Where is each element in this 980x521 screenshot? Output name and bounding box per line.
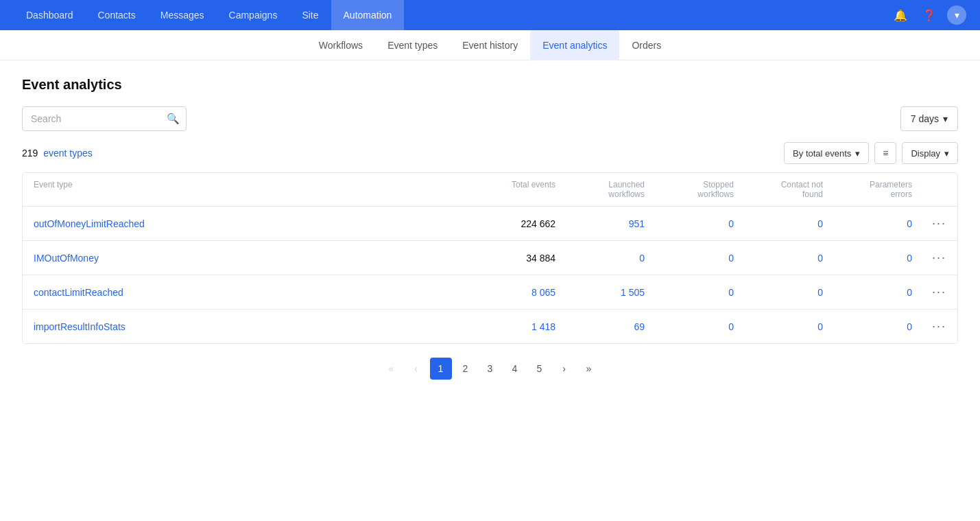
pagination-page-2[interactable]: 2 xyxy=(455,358,477,380)
pagination-page-5[interactable]: 5 xyxy=(529,358,551,380)
filter-icon-button[interactable]: ≡ xyxy=(874,142,896,164)
row-more-button[interactable]: ··· xyxy=(912,251,946,265)
toolbar: 🔍 7 days ▾ xyxy=(22,106,958,131)
subnav-event-types[interactable]: Event types xyxy=(375,30,450,60)
sort-chevron-icon: ▾ xyxy=(855,148,860,159)
contact-not-found-3: 0 xyxy=(734,321,823,332)
contact-not-found-1: 0 xyxy=(734,253,823,264)
pagination-next[interactable]: › xyxy=(553,358,575,380)
total-events-2: 8 065 xyxy=(466,287,555,298)
total-events-1: 34 884 xyxy=(466,253,555,264)
stopped-workflows-1: 0 xyxy=(645,253,734,264)
table-header: Event type Total events Launchedworkflow… xyxy=(23,173,957,207)
main-content: Event analytics 🔍 7 days ▾ 219 event typ… xyxy=(0,60,980,396)
pagination-first[interactable]: « xyxy=(381,358,403,380)
event-name-1[interactable]: IMOutOfMoney xyxy=(34,253,466,264)
row-more-button[interactable]: ··· xyxy=(912,216,946,231)
row-more-button[interactable]: ··· xyxy=(912,285,946,299)
nav-campaigns[interactable]: Campaigns xyxy=(217,0,290,30)
col-header-launched-workflows: Launchedworkflows xyxy=(555,180,645,199)
event-count: 219 event types xyxy=(22,148,93,159)
pagination-page-1[interactable]: 1 xyxy=(430,358,452,380)
table-row: importResultInfoStats 1 418 69 0 0 0 ··· xyxy=(23,310,957,343)
subnav-workflows[interactable]: Workflows xyxy=(307,30,375,60)
contact-not-found-2: 0 xyxy=(734,287,823,298)
display-label: Display xyxy=(911,148,940,159)
display-button[interactable]: Display ▾ xyxy=(902,142,958,164)
col-header-event-type: Event type xyxy=(34,180,466,199)
nav-site[interactable]: Site xyxy=(289,0,331,30)
days-filter-label: 7 days xyxy=(911,113,939,124)
table-row: contactLimitReached 8 065 1 505 0 0 0 ··… xyxy=(23,275,957,310)
table-row: IMOutOfMoney 34 884 0 0 0 0 ··· xyxy=(23,241,957,275)
nav-messages[interactable]: Messages xyxy=(148,0,217,30)
stopped-workflows-3: 0 xyxy=(645,321,734,332)
subnav-event-history[interactable]: Event history xyxy=(450,30,530,60)
pagination: « ‹ 1 2 3 4 5 › » xyxy=(22,358,958,380)
pagination-prev[interactable]: ‹ xyxy=(405,358,427,380)
pagination-page-4[interactable]: 4 xyxy=(504,358,526,380)
stopped-workflows-0: 0 xyxy=(645,218,734,229)
event-name-2[interactable]: contactLimitReached xyxy=(34,287,466,298)
event-count-number: 219 xyxy=(22,148,38,159)
event-name-0[interactable]: outOfMoneyLimitReached xyxy=(34,218,466,229)
subnav-event-analytics[interactable]: Event analytics xyxy=(530,30,619,60)
event-types-link[interactable]: event types xyxy=(43,148,93,159)
col-header-stopped-workflows: Stoppedworkflows xyxy=(645,180,734,199)
events-table: Event type Total events Launchedworkflow… xyxy=(22,172,958,344)
stopped-workflows-2: 0 xyxy=(645,287,734,298)
help-icon[interactable]: ❓ xyxy=(918,4,940,26)
row-more-button[interactable]: ··· xyxy=(912,319,946,334)
filter-lines-icon: ≡ xyxy=(883,148,888,159)
launched-workflows-2: 1 505 xyxy=(555,287,645,298)
subnav-orders[interactable]: Orders xyxy=(619,30,673,60)
parameters-errors-1: 0 xyxy=(823,253,912,264)
parameters-errors-2: 0 xyxy=(823,287,912,298)
parameters-errors-0: 0 xyxy=(823,218,912,229)
display-chevron-icon: ▾ xyxy=(944,148,949,159)
chevron-down-icon: ▾ xyxy=(943,113,948,124)
nav-contacts[interactable]: Contacts xyxy=(86,0,148,30)
sort-label: By total events xyxy=(793,148,851,159)
search-input[interactable] xyxy=(22,106,187,131)
launched-workflows-3: 69 xyxy=(555,321,645,332)
event-name-3[interactable]: importResultInfoStats xyxy=(34,321,466,332)
days-filter-button[interactable]: 7 days ▾ xyxy=(900,106,958,131)
pagination-last[interactable]: » xyxy=(578,358,600,380)
col-header-contact-not-found: Contact notfound xyxy=(734,180,823,199)
page-title: Event analytics xyxy=(22,77,958,93)
user-menu[interactable]: ▾ xyxy=(947,5,966,25)
total-events-3: 1 418 xyxy=(466,321,555,332)
notifications-icon[interactable]: 🔔 xyxy=(889,4,911,26)
table-row: outOfMoneyLimitReached 224 662 951 0 0 0… xyxy=(23,207,957,241)
contact-not-found-0: 0 xyxy=(734,218,823,229)
nav-automation[interactable]: Automation xyxy=(331,0,405,30)
nav-dashboard[interactable]: Dashboard xyxy=(14,0,86,30)
search-icon[interactable]: 🔍 xyxy=(167,113,180,125)
launched-workflows-1: 0 xyxy=(555,253,645,264)
total-events-0: 224 662 xyxy=(466,218,555,229)
pagination-page-3[interactable]: 3 xyxy=(479,358,501,380)
parameters-errors-3: 0 xyxy=(823,321,912,332)
stats-row: 219 event types By total events ▾ ≡ Disp… xyxy=(22,142,958,164)
sub-navigation: Workflows Event types Event history Even… xyxy=(0,30,980,60)
sort-button[interactable]: By total events ▾ xyxy=(784,142,869,164)
top-navigation: Dashboard Contacts Messages Campaigns Si… xyxy=(0,0,980,30)
launched-workflows-0: 951 xyxy=(555,218,645,229)
col-header-total-events: Total events xyxy=(466,180,555,199)
col-header-parameters-errors: Parameterserrors xyxy=(823,180,912,199)
search-wrapper: 🔍 xyxy=(22,106,187,131)
